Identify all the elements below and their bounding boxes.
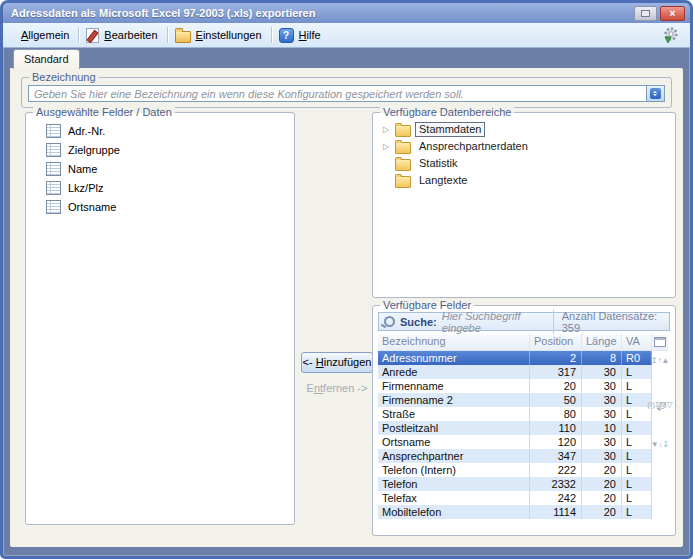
cell-va: L — [622, 379, 652, 393]
cell-laenge: 20 — [582, 477, 622, 491]
table-field-icon — [46, 143, 61, 157]
list-item-label: Zielgruppe — [68, 144, 120, 156]
list-item[interactable]: Ortsname — [46, 197, 290, 216]
tree-item[interactable]: ▷Stammdaten — [381, 121, 671, 138]
table-row[interactable]: Postleitzahl11010L — [378, 421, 652, 435]
search-bar[interactable]: Suche: Hier Suchbegriff eingebe Anzahl D… — [378, 312, 670, 331]
cell-position: 20 — [530, 379, 582, 393]
column-header-va[interactable]: VA — [622, 334, 652, 350]
filter-icon[interactable]: ▽ — [667, 400, 673, 409]
column-header-bezeichnung[interactable]: Bezeichnung — [378, 334, 530, 350]
toolbar-separator — [78, 27, 79, 43]
menu-item-einstellungen[interactable]: Einstellungen — [170, 26, 269, 45]
cell-position: 110 — [530, 421, 582, 435]
menu-item-hilfe[interactable]: Hilfe — [274, 26, 328, 45]
cell-laenge: 30 — [582, 449, 622, 463]
insert-icon[interactable]: (I) — [647, 400, 655, 409]
bearbeiten-edit-icon — [86, 28, 99, 43]
add-button-rest: inzufügen — [324, 356, 372, 368]
cell-va: L — [622, 449, 652, 463]
search-icon — [384, 316, 395, 327]
folder-icon — [395, 176, 411, 188]
cell-va: L — [622, 365, 652, 379]
menu-item-bearbeiten[interactable]: Bearbeiten — [81, 26, 164, 45]
list-item[interactable]: Lkz/Plz — [46, 178, 290, 197]
close-button[interactable]: × — [660, 6, 685, 21]
einstellungen-settings-icon — [175, 31, 191, 43]
maximize-button[interactable] — [634, 6, 657, 21]
table-row[interactable]: Ortsname12030L — [378, 435, 652, 449]
cell-position: 2332 — [530, 477, 582, 491]
table-row[interactable]: Adressnummer28R0 — [378, 351, 652, 365]
list-item-label: Ortsname — [68, 201, 116, 213]
close-icon: × — [670, 8, 676, 19]
table-field-icon — [46, 124, 61, 138]
cell-bezeichnung: Telefax — [378, 491, 530, 505]
list-item[interactable]: Zielgruppe — [46, 140, 290, 159]
table-row[interactable]: Telefax24220L — [378, 491, 652, 505]
scroll-bottom-icon[interactable]: ↧ — [663, 440, 670, 449]
table-row[interactable]: Firmenname2030L — [378, 379, 652, 393]
cell-va: L — [622, 463, 652, 477]
tree-item-label: Ansprechpartnerdaten — [415, 139, 532, 154]
cell-position: 242 — [530, 491, 582, 505]
table-header[interactable]: Bezeichnung Position Länge VA — [378, 334, 652, 351]
table-row[interactable]: Telefon233220L — [378, 477, 652, 491]
dropdown-spinner-icon — [650, 88, 661, 99]
list-item-label: Adr.-Nr. — [68, 125, 105, 137]
bezeichnung-input[interactable] — [28, 85, 646, 102]
table-field-icon — [46, 162, 61, 176]
cell-position: 317 — [530, 365, 582, 379]
tab-standard[interactable]: Standard — [13, 49, 80, 69]
nav-bottom: ▼↓↧ — [651, 437, 670, 451]
column-chooser-button[interactable] — [652, 334, 668, 351]
cell-bezeichnung: Anrede — [378, 365, 530, 379]
hilfe-help-icon — [279, 28, 294, 43]
cell-position: 347 — [530, 449, 582, 463]
add-button[interactable]: <- Hinzufügen — [301, 352, 373, 373]
list-item-label: Name — [68, 163, 97, 175]
record-count-value: 359 — [562, 322, 580, 334]
column-header-laenge[interactable]: Länge — [582, 334, 622, 350]
cell-bezeichnung: Ortsname — [378, 435, 530, 449]
tree-item[interactable]: ▷Ansprechpartnerdaten — [381, 138, 671, 155]
search-placeholder: Hier Suchbegriff eingebe — [442, 310, 548, 334]
bezeichnung-dropdown-button[interactable] — [646, 85, 665, 102]
table-row[interactable]: Firmenname 25030L — [378, 393, 652, 407]
list-item[interactable]: Adr.-Nr. — [46, 121, 290, 140]
cell-va: L — [622, 435, 652, 449]
expand-arrow-icon[interactable]: ▷ — [381, 125, 391, 135]
nav-middle: (I)ΣM▽ — [647, 397, 672, 411]
cell-laenge: 10 — [582, 421, 622, 435]
table-row[interactable]: Straße8030L — [378, 407, 652, 421]
table-row[interactable]: Telefon (Intern)22220L — [378, 463, 652, 477]
cell-laenge: 20 — [582, 463, 622, 477]
nav-top: ↥↑▲ — [651, 353, 670, 367]
list-item[interactable]: Name — [46, 159, 290, 178]
search-label: Suche: — [400, 316, 437, 328]
expand-arrow-icon[interactable]: ▷ — [381, 142, 391, 152]
cell-position: 1114 — [530, 505, 582, 519]
add-button-mnemonic: H — [316, 356, 324, 368]
cell-va: L — [622, 491, 652, 505]
cell-laenge: 20 — [582, 491, 622, 505]
cell-bezeichnung: Adressnummer — [378, 351, 530, 365]
table-row[interactable]: Anrede31730L — [378, 365, 652, 379]
add-button-prefix: <- — [303, 356, 316, 368]
column-header-position[interactable]: Position — [530, 334, 582, 350]
menu-item-allgemein[interactable]: Allgemein — [11, 27, 76, 43]
cell-bezeichnung: Firmenname — [378, 379, 530, 393]
selected-fields-list: Adr.-Nr.ZielgruppeNameLkz/PlzOrtsname — [26, 113, 294, 216]
row-down-icon[interactable]: ▼ — [651, 440, 659, 449]
table-row[interactable]: Ansprechpartner34730L — [378, 449, 652, 463]
cell-laenge: 20 — [582, 505, 622, 519]
table-row[interactable]: Mobiltelefon111420L — [378, 505, 652, 519]
cell-va: L — [622, 477, 652, 491]
cell-va: L — [622, 505, 652, 519]
tree-item[interactable]: Statistik — [381, 155, 671, 172]
tree-item[interactable]: Langtexte — [381, 172, 671, 189]
excel-export-button[interactable] — [659, 25, 682, 46]
menu-item-label-allgemein: Allgemein — [21, 29, 69, 41]
row-up-icon[interactable]: ▲ — [661, 356, 669, 365]
table-field-icon — [46, 200, 61, 214]
